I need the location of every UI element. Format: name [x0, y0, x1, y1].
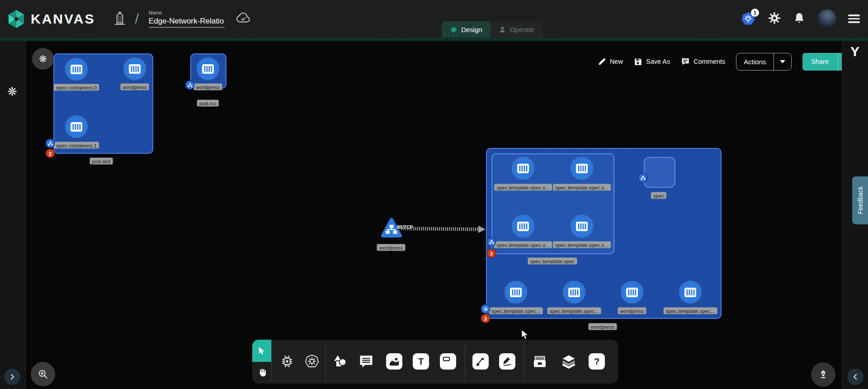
feedback-tab[interactable]: Feedback — [852, 176, 868, 224]
pen-tool-icon — [475, 356, 486, 367]
relationship-badge[interactable] — [638, 173, 648, 183]
zoom-search-button[interactable] — [31, 362, 55, 386]
pen-nib-icon — [818, 369, 829, 380]
pan-tool-button[interactable] — [252, 362, 271, 384]
pointer-icon — [257, 346, 266, 356]
toolbar-divider — [465, 342, 465, 382]
operate-person-icon — [499, 26, 506, 33]
new-button[interactable]: New — [598, 57, 623, 66]
settings-gear-icon[interactable] — [768, 11, 781, 27]
sitemap-icon — [47, 141, 53, 146]
freehand-draw-tool-button[interactable] — [499, 353, 515, 370]
kanvas-logo-icon — [6, 9, 26, 29]
node-label: wordpress — [618, 308, 646, 314]
drawer-icon — [532, 354, 547, 369]
actions-button[interactable]: Actions — [736, 53, 791, 71]
archive-tool-button[interactable] — [532, 353, 548, 370]
node-label: spec.template.spec... — [664, 308, 717, 314]
design-name-label: Name — [149, 10, 225, 15]
asterisk-gear-icon — [38, 54, 47, 63]
toolbar-divider — [271, 342, 272, 382]
container-node[interactable] — [680, 282, 701, 303]
comments-button[interactable]: Comments — [681, 57, 725, 66]
left-sidebar — [0, 41, 26, 389]
cloud-sync-icon — [236, 12, 251, 26]
sitemap-icon — [489, 239, 494, 245]
logo-text: KANVAS — [31, 11, 95, 27]
chevron-left-icon — [851, 373, 859, 381]
actions-dropdown-button[interactable] — [774, 60, 791, 63]
kubernetes-tool-button[interactable] — [304, 353, 320, 370]
shapes-tool-button[interactable] — [332, 353, 348, 370]
canvas-settings-button[interactable] — [32, 48, 54, 70]
container-node[interactable] — [571, 216, 593, 237]
save-as-button[interactable]: Save As — [634, 57, 670, 66]
tab-operate-label: Operate — [510, 26, 534, 33]
text-tool-glyph: T — [418, 356, 424, 367]
image-icon — [388, 356, 400, 367]
tab-operate[interactable]: Operate — [491, 21, 542, 38]
chevron-right-icon — [8, 373, 16, 381]
kubernetes-context-count: 1 — [751, 9, 759, 17]
building-icon[interactable] — [113, 10, 127, 28]
meshery-badge[interactable] — [481, 304, 491, 314]
relationship-badge[interactable] — [185, 81, 195, 90]
layers-icon — [561, 354, 576, 369]
group-label: pod-skd — [90, 158, 113, 165]
design-name-block: Name — [149, 10, 225, 28]
components-tool-button[interactable] — [279, 353, 295, 370]
pen-tool-button[interactable] — [472, 353, 489, 370]
notifications-bell-icon[interactable] — [793, 12, 806, 26]
tab-design[interactable]: Design — [442, 21, 491, 38]
meshery-swirl-icon[interactable] — [6, 85, 18, 99]
comment-tool-button[interactable] — [358, 353, 374, 370]
y-icon[interactable]: Y — [850, 44, 859, 59]
relationship-badge[interactable] — [487, 237, 496, 247]
node-label: spec — [651, 192, 666, 199]
relationship-badge[interactable] — [46, 139, 55, 148]
container-node[interactable] — [622, 282, 643, 303]
share-label: Share — [802, 58, 838, 65]
container-node[interactable] — [513, 158, 534, 179]
text-tool-button[interactable]: T — [413, 353, 429, 370]
select-tool-button[interactable] — [252, 340, 271, 362]
ink-pen-button[interactable] — [811, 362, 835, 387]
app-header: KANVAS / Name — [0, 0, 868, 38]
container-node[interactable] — [564, 282, 585, 303]
container-node[interactable] — [66, 116, 87, 138]
container-node[interactable] — [505, 282, 527, 303]
hamburger-menu-icon[interactable] — [848, 14, 860, 23]
hand-icon — [257, 368, 267, 378]
container-node[interactable] — [198, 58, 219, 80]
count-badge[interactable]: 2 — [46, 149, 55, 158]
kubernetes-context-button[interactable]: 1 — [741, 11, 756, 27]
design-name-input[interactable] — [149, 16, 225, 28]
count-badge[interactable]: 3 — [487, 249, 496, 258]
image-tool-button[interactable] — [386, 353, 402, 370]
group-spec-template-spec[interactable] — [491, 153, 614, 254]
container-node[interactable] — [571, 158, 593, 179]
design-swirl-icon — [450, 26, 458, 33]
kanvas-logo[interactable]: KANVAS — [6, 9, 95, 29]
user-avatar[interactable] — [817, 9, 836, 28]
sticky-note-tool-button[interactable] — [440, 353, 456, 370]
help-tool-button[interactable]: ? — [589, 353, 605, 370]
help-glyph: ? — [594, 356, 599, 367]
layers-tool-button[interactable] — [561, 353, 577, 370]
network-edge[interactable] — [401, 223, 487, 235]
breadcrumb-separator: / — [135, 11, 138, 27]
container-node[interactable] — [124, 58, 146, 80]
comments-label: Comments — [693, 58, 725, 65]
actions-label: Actions — [736, 58, 773, 66]
spec-node[interactable] — [644, 157, 675, 188]
expand-left-panel-button[interactable] — [4, 369, 20, 385]
pencil-icon — [598, 57, 606, 66]
expand-right-panel-button[interactable] — [847, 369, 863, 385]
node-label: wordpress — [377, 244, 405, 251]
container-node[interactable] — [66, 59, 87, 80]
tab-design-label: Design — [461, 26, 482, 33]
container-node[interactable] — [513, 216, 534, 237]
zoom-in-icon — [37, 368, 49, 380]
comment-icon — [359, 354, 374, 369]
count-badge[interactable]: 3 — [481, 314, 491, 323]
